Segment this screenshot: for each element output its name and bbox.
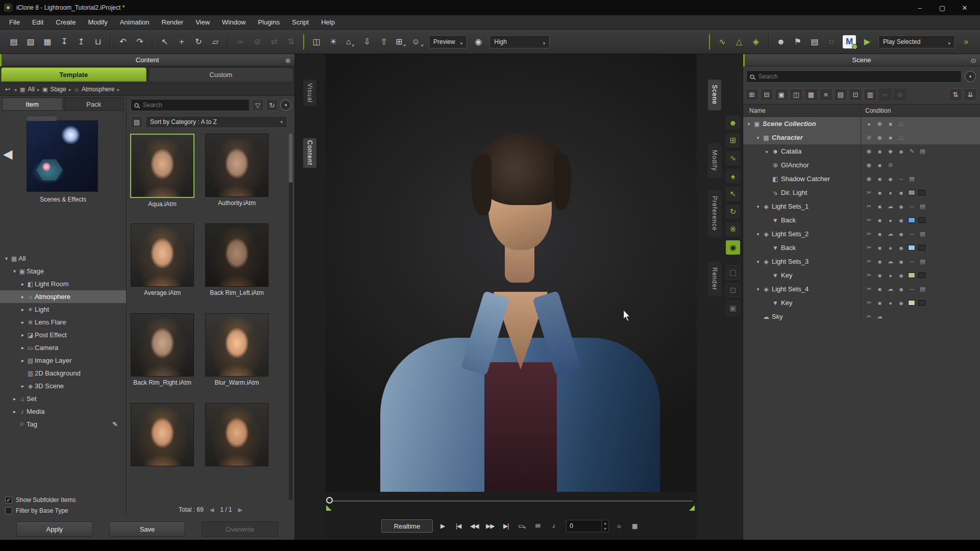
move-tool-icon[interactable]: + xyxy=(174,34,189,50)
condition-lock-icon[interactable]: ■ xyxy=(876,231,884,237)
view-mode-icon[interactable]: ▤ xyxy=(131,116,143,128)
condition-cloud-icon[interactable]: ☁ xyxy=(887,258,894,265)
menu-create[interactable]: Create xyxy=(50,15,82,29)
favorites-icon[interactable]: ▾ xyxy=(280,99,291,111)
tree-item-light[interactable]: ▸☀Light xyxy=(0,303,126,316)
tab-template[interactable]: Template xyxy=(1,67,146,82)
condition-lock-icon[interactable]: ■ xyxy=(876,148,884,155)
condition-lock-icon[interactable]: ■ xyxy=(876,272,884,279)
sort-dropdown[interactable]: Sort by Category : A to Z ▾ xyxy=(145,116,287,128)
curve-editor-icon[interactable]: △ xyxy=(731,34,747,50)
md-logo[interactable]: M xyxy=(843,35,856,48)
breadcrumb-all[interactable]: All xyxy=(28,86,35,93)
menu-edit[interactable]: Edit xyxy=(26,15,50,29)
dock-panel-2-icon[interactable]: ⊡ xyxy=(726,283,740,297)
scene-row-key[interactable]: ▼Key✂■●☻ xyxy=(743,296,980,310)
home-camera-icon[interactable]: ⌂▾ xyxy=(342,34,358,50)
expand-closed-icon[interactable]: ▸ xyxy=(19,281,26,287)
condition-eye-icon[interactable]: ◉ xyxy=(865,176,873,182)
select-tool-icon[interactable]: ↖ xyxy=(157,34,173,50)
color-swatch[interactable] xyxy=(918,190,925,195)
scene-row-catalia[interactable]: ▸☻Catalia◉■◆☻✎▤ xyxy=(743,144,980,158)
scene-row-back[interactable]: ▼Back✂■●☻ xyxy=(743,241,980,255)
breadcrumb-atmosphere[interactable]: Atmosphere xyxy=(82,86,115,93)
condition-person-icon[interactable]: ☻ xyxy=(897,217,905,223)
dock-panel-1-icon[interactable]: ▢ xyxy=(726,265,740,280)
tab-render[interactable]: Render xyxy=(708,262,721,296)
motion-loop-icon[interactable]: ↻ xyxy=(726,205,740,219)
dock-panel-3-icon[interactable]: ▣ xyxy=(726,301,740,315)
condition-page-icon[interactable]: ▤ xyxy=(919,203,926,210)
spinner-up-icon[interactable]: ▲ xyxy=(602,520,608,526)
scale-tool-icon[interactable]: ▱ xyxy=(208,34,223,50)
render-settings-button[interactable]: ☼ xyxy=(612,520,625,532)
sort-nodes-icon[interactable]: ⇅ xyxy=(949,88,962,101)
unlink-icon[interactable]: ⊘ xyxy=(250,34,265,50)
group-nodes-icon[interactable]: ◫ xyxy=(790,88,803,101)
condition-dash-icon[interactable]: ─ xyxy=(908,259,916,265)
condition-person-icon[interactable]: ☻ xyxy=(897,190,905,196)
unlink-node-icon[interactable]: ⊘ xyxy=(893,88,906,101)
condition-dot-icon[interactable]: ● xyxy=(887,272,894,279)
condition-cloud-icon[interactable]: ☁ xyxy=(887,231,894,237)
breadcrumb-stage[interactable]: Stage xyxy=(50,86,66,93)
color-swatch[interactable] xyxy=(918,300,925,306)
condition-dot-icon[interactable]: ● xyxy=(887,300,894,306)
condition-dot-icon[interactable]: ● xyxy=(865,121,873,127)
filter-nodes-icon[interactable]: ▥ xyxy=(864,88,877,101)
condition-page-icon[interactable]: ▤ xyxy=(919,258,926,265)
thumbnail-back-rim-left-iatm[interactable]: Back Rim_Left.iAtm xyxy=(204,223,270,297)
scene-filter-icon[interactable]: ▾ xyxy=(965,71,976,82)
expand-closed-icon[interactable]: ▸ xyxy=(19,383,26,389)
condition-lock-icon[interactable]: ■ xyxy=(876,162,884,168)
tab-custom[interactable]: Custom xyxy=(149,67,294,82)
minimize-button[interactable]: – xyxy=(909,1,931,14)
condition-scissors-icon[interactable]: ✂ xyxy=(865,244,873,251)
apply-button[interactable]: Apply xyxy=(16,521,93,537)
tab-content[interactable]: Content xyxy=(303,138,316,168)
condition-page-icon[interactable]: ▤ xyxy=(908,176,916,182)
condition-page-icon[interactable]: ▤ xyxy=(919,231,926,237)
zoom-tool-icon[interactable]: ◌ xyxy=(824,34,839,50)
range-end-marker[interactable] xyxy=(689,505,695,511)
content-close-icon[interactable]: ⊗ xyxy=(283,56,292,65)
timeline-track[interactable] xyxy=(328,500,693,502)
prev-frame-button[interactable]: ◀◀ xyxy=(468,520,480,532)
condition-scissors-icon[interactable]: ✂ xyxy=(865,231,873,237)
menu-plugins[interactable]: Plugins xyxy=(252,15,286,29)
expand-open-icon[interactable]: ▾ xyxy=(754,204,762,209)
frame-spinner[interactable]: ▲▼ xyxy=(601,520,608,532)
thumbnail-item-8[interactable] xyxy=(204,403,270,477)
tree-item-stage[interactable]: ▾▣Stage xyxy=(0,265,126,278)
prev-page-icon[interactable]: ◀ xyxy=(210,507,214,513)
morph-link-icon[interactable]: ◈ xyxy=(748,34,764,50)
menu-animation[interactable]: Animation xyxy=(114,15,156,29)
condition-column-header[interactable]: Condition xyxy=(861,107,980,114)
pack-project-icon[interactable]: ⊔ xyxy=(90,34,106,50)
condition-person-icon[interactable]: ☻ xyxy=(897,300,905,306)
close-button[interactable]: ✕ xyxy=(953,1,976,14)
condition-scissors-icon[interactable]: ✂ xyxy=(865,258,873,265)
condition-checkbox-icon[interactable]: □ xyxy=(897,121,905,127)
menu-file[interactable]: File xyxy=(3,15,26,29)
expand-closed-icon[interactable]: ▸ xyxy=(19,319,26,325)
workspace-layout-icon[interactable]: ◫ xyxy=(309,34,324,50)
tree-item-2d-background[interactable]: ▥2D Background xyxy=(0,367,126,380)
content-search-input[interactable] xyxy=(142,101,246,109)
new-project-icon[interactable]: ▤ xyxy=(6,34,21,50)
align-icon[interactable]: ⇄ xyxy=(266,34,282,50)
condition-scissors-icon[interactable]: ✂ xyxy=(865,272,873,279)
scene-row-scene-collection[interactable]: ▾▣Scene Collection●◉■□ xyxy=(743,117,980,131)
condition-eye-icon[interactable]: ◉ xyxy=(865,148,873,155)
link-node-icon[interactable]: ∞ xyxy=(878,88,892,101)
tree-item-light-room[interactable]: ▸◧Light Room xyxy=(0,278,126,290)
color-swatch[interactable] xyxy=(908,190,915,195)
condition-person-icon[interactable]: ☻ xyxy=(897,259,905,265)
chevron-right-icon[interactable]: ▸ xyxy=(15,87,17,92)
range-start-marker[interactable] xyxy=(326,505,332,511)
menu-modify[interactable]: Modify xyxy=(82,15,113,29)
expand-closed-icon[interactable]: ▸ xyxy=(764,149,771,154)
expand-closed-icon[interactable]: ▸ xyxy=(19,307,26,312)
condition-eye-icon[interactable]: ◉ xyxy=(876,120,884,127)
clipboard-icon[interactable]: ▤ xyxy=(807,34,822,50)
